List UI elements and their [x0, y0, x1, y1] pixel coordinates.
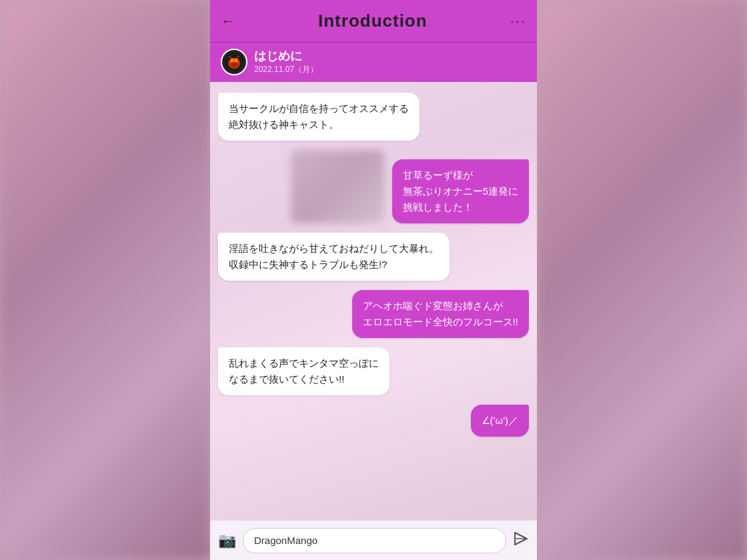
more-button[interactable]: ···	[510, 13, 526, 30]
chat-content: 当サークルが自信を持ってオススメする 絶対抜ける神キャスト。 甘草るーず様が 無…	[218, 93, 529, 437]
message-5: 乱れまくる声でキンタマ空っぽに なるまで抜いてください!!	[218, 347, 390, 395]
message-2: 甘草るーず様が 無茶ぶりオナニー5連発に 挑戦しました！	[392, 159, 529, 223]
channel-info: はじめに 2022.11.07（月）	[254, 48, 318, 75]
bubble-white: 淫語を吐きながら甘えておねだりして大暴れ。 収録中に失神するトラブルも発生!?	[218, 233, 450, 281]
bubble-white: 乱れまくる声でキンタマ空っぽに なるまで抜いてください!!	[218, 347, 390, 395]
channel-name: はじめに	[254, 48, 318, 64]
channel-icon	[221, 49, 247, 75]
message-6: ∠('ω')／	[471, 405, 529, 437]
chat-image	[291, 150, 384, 223]
svg-point-4	[231, 59, 233, 61]
camera-icon[interactable]: 📷	[218, 532, 236, 549]
background-right	[537, 0, 747, 560]
message-input[interactable]	[243, 528, 506, 553]
background-left	[0, 0, 210, 560]
footer: 📷	[210, 520, 537, 560]
bubble-purple: 甘草るーず様が 無茶ぶりオナニー5連発に 挑戦しました！	[392, 159, 529, 223]
header: ← Introduction ···	[210, 0, 537, 43]
phone-panel: ← Introduction ··· はじめに 2022.11.07（月）	[210, 0, 537, 560]
channel-date: 2022.11.07（月）	[254, 64, 318, 75]
chat-area[interactable]: 当サークルが自信を持ってオススメする 絶対抜ける神キャスト。 甘草るーず様が 無…	[210, 82, 537, 520]
message-4: アヘオホ喘ぐド変態お姉さんが エロエロモード全快のフルコース!!	[352, 290, 529, 338]
send-button[interactable]	[513, 531, 529, 551]
bubble-purple: ∠('ω')／	[471, 405, 529, 437]
message-3: 淫語を吐きながら甘えておねだりして大暴れ。 収録中に失神するトラブルも発生!?	[218, 233, 450, 281]
back-button[interactable]: ←	[221, 13, 235, 30]
svg-point-5	[235, 59, 237, 61]
message-1: 当サークルが自信を持ってオススメする 絶対抜ける神キャスト。	[218, 93, 420, 141]
svg-point-6	[231, 62, 237, 67]
bubble-purple: アヘオホ喘ぐド変態お姉さんが エロエロモード全快のフルコース!!	[352, 290, 529, 338]
channel-bar: はじめに 2022.11.07（月）	[210, 43, 537, 82]
page-title: Introduction	[318, 11, 428, 31]
bubble-white: 当サークルが自信を持ってオススメする 絶対抜ける神キャスト。	[218, 93, 420, 141]
